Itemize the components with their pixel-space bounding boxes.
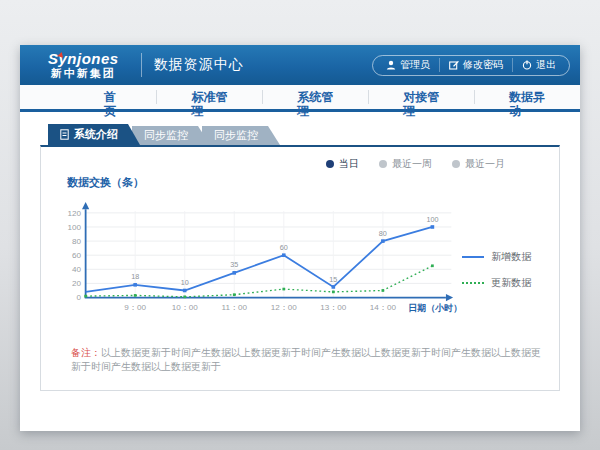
svg-text:20: 20: [72, 279, 82, 288]
tab-bar: 系统介绍 同步监控 同步监控: [40, 124, 560, 145]
user-label: 管理员: [400, 58, 430, 72]
svg-text:15: 15: [329, 275, 337, 284]
chart-panel: 当日 最近一周 最近一月 数据交换（条） 0204060801001209：00…: [40, 145, 560, 391]
user-menu-button[interactable]: 管理员: [377, 58, 439, 72]
svg-text:13：00: 13：00: [320, 303, 347, 312]
time-range-selector: 当日 最近一周 最近一月: [55, 157, 545, 171]
dotted-line-icon: [462, 282, 484, 284]
nav-item-standard-mgmt[interactable]: 标准管理: [156, 90, 262, 104]
svg-text:日期（小时）: 日期（小时）: [408, 303, 462, 313]
header-divider: [141, 53, 142, 77]
chart-legend: 新增数据 更新数据: [462, 192, 545, 322]
tab-label: 系统介绍: [74, 127, 118, 142]
svg-text:120: 120: [68, 209, 82, 218]
svg-text:35: 35: [230, 260, 238, 269]
legend-item-updated-data[interactable]: 更新数据: [462, 276, 545, 290]
svg-text:10：00: 10：00: [172, 303, 199, 312]
app-header: Synjones 新中新集团 数据资源中心 管理员 修改密码 退出: [20, 45, 580, 85]
change-password-button[interactable]: 修改密码: [439, 58, 512, 72]
svg-text:60: 60: [280, 243, 288, 252]
solid-line-icon: [462, 256, 484, 258]
footnote-label: 备注：: [71, 347, 101, 358]
nav-item-home[interactable]: 首页: [70, 90, 156, 104]
footnote-text: 以上数据更新于时间产生数据以上数据更新于时间产生数据以上数据更新于时间产生数据以…: [71, 347, 541, 372]
edit-icon: [449, 60, 459, 70]
radio-dot: [379, 160, 387, 168]
range-label: 最近一月: [465, 157, 505, 171]
range-label: 当日: [339, 157, 359, 171]
main-nav: 首页 标准管理 系统管理 对接管理 数据异动: [20, 85, 580, 109]
logout-button[interactable]: 退出: [512, 58, 565, 72]
legend-item-new-data[interactable]: 新增数据: [462, 250, 545, 264]
power-icon: [522, 60, 532, 70]
radio-dot: [326, 160, 334, 168]
radio-dot: [452, 160, 460, 168]
user-icon: [386, 60, 396, 70]
tab-label: 同步监控: [214, 128, 258, 143]
chart-row: 0204060801001209：0010：0011：0012：0013：001…: [55, 192, 545, 322]
legend-label: 新增数据: [491, 250, 531, 264]
svg-text:18: 18: [131, 272, 139, 281]
logout-label: 退出: [536, 58, 556, 72]
range-option-today[interactable]: 当日: [326, 157, 359, 171]
svg-text:60: 60: [72, 251, 82, 260]
document-icon: [60, 129, 69, 140]
svg-text:40: 40: [72, 265, 82, 274]
tab-label: 同步监控: [144, 128, 188, 143]
svg-text:12：00: 12：00: [271, 303, 298, 312]
tab-sync-monitor-1[interactable]: 同步监控: [132, 126, 210, 145]
svg-text:9：00: 9：00: [124, 303, 146, 312]
user-toolbar: 管理员 修改密码 退出: [372, 55, 570, 76]
logo-text-cn: 新中新集团: [48, 68, 119, 79]
svg-text:14：00: 14：00: [370, 303, 397, 312]
svg-text:0: 0: [77, 293, 82, 302]
change-password-label: 修改密码: [463, 58, 503, 72]
content-area: 系统介绍 同步监控 同步监控 当日 最近一周: [20, 112, 580, 391]
app-window: Synjones 新中新集团 数据资源中心 管理员 修改密码 退出: [20, 45, 580, 431]
line-chart: 0204060801001209：0010：0011：0012：0013：001…: [55, 192, 462, 322]
range-label: 最近一周: [392, 157, 432, 171]
nav-item-system-mgmt[interactable]: 系统管理: [262, 90, 368, 104]
app-title: 数据资源中心: [154, 56, 244, 74]
svg-text:100: 100: [68, 223, 82, 232]
range-option-last-month[interactable]: 最近一月: [452, 157, 505, 171]
nav-item-connection-mgmt[interactable]: 对接管理: [368, 90, 474, 104]
range-option-last-week[interactable]: 最近一周: [379, 157, 432, 171]
page-background: Synjones 新中新集团 数据资源中心 管理员 修改密码 退出: [0, 0, 600, 450]
y-axis-title: 数据交换（条）: [67, 175, 545, 190]
svg-text:80: 80: [379, 229, 387, 238]
svg-text:80: 80: [72, 237, 82, 246]
window-footer-space: [20, 391, 580, 431]
legend-label: 更新数据: [491, 276, 531, 290]
svg-text:100: 100: [426, 215, 438, 224]
footnote: 备注：以上数据更新于时间产生数据以上数据更新于时间产生数据以上数据更新于时间产生…: [55, 346, 545, 374]
tab-system-intro[interactable]: 系统介绍: [48, 124, 140, 145]
svg-text:11：00: 11：00: [221, 303, 247, 312]
nav-item-data-change[interactable]: 数据异动: [474, 90, 580, 104]
logo: Synjones 新中新集团: [30, 49, 129, 81]
tab-sync-monitor-2[interactable]: 同步监控: [202, 126, 280, 145]
svg-text:10: 10: [181, 278, 189, 287]
